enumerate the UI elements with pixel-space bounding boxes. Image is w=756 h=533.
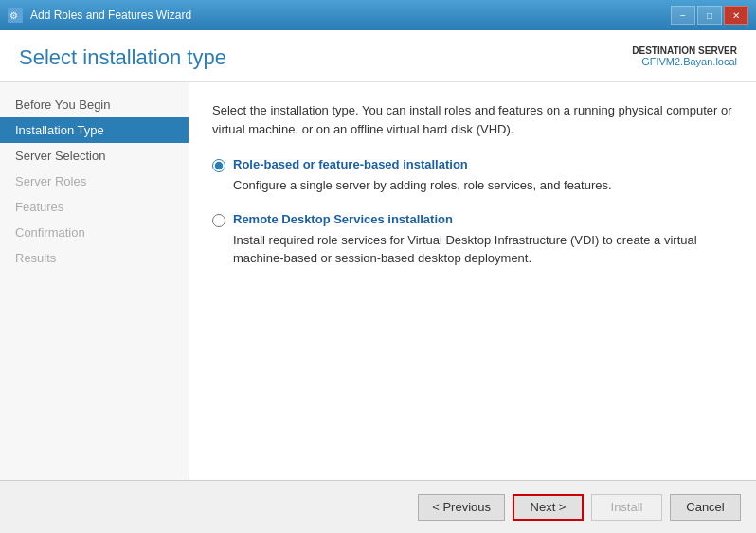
svg-text:⚙: ⚙ xyxy=(9,10,18,21)
sidebar-item-server-roles: Server Roles xyxy=(0,169,189,194)
option-role-based: Role-based or feature-based installation… xyxy=(212,157,733,195)
destination-server-value: GFIVM2.Bayan.local xyxy=(632,56,737,67)
option-remote-desktop-radio[interactable] xyxy=(212,214,225,227)
title-bar: ⚙ Add Roles and Features Wizard − □ ✕ xyxy=(0,0,756,30)
sidebar-item-before-you-begin[interactable]: Before You Begin xyxy=(0,92,189,117)
sidebar-item-confirmation: Confirmation xyxy=(0,220,189,245)
title-bar-left: ⚙ Add Roles and Features Wizard xyxy=(8,8,191,23)
header: Select installation type DESTINATION SER… xyxy=(0,30,756,82)
cancel-button[interactable]: Cancel xyxy=(670,494,741,521)
maximize-button[interactable]: □ xyxy=(697,6,722,25)
option-role-based-label-row: Role-based or feature-based installation xyxy=(212,157,733,172)
option-role-based-title: Role-based or feature-based installation xyxy=(233,157,468,171)
option-remote-desktop-desc: Install required role services for Virtu… xyxy=(233,231,733,268)
main-window: Select installation type DESTINATION SER… xyxy=(0,30,756,533)
content-area: Before You Begin Installation Type Serve… xyxy=(0,82,756,480)
footer: < Previous Next > Install Cancel xyxy=(0,480,756,533)
sidebar-item-installation-type[interactable]: Installation Type xyxy=(0,117,189,143)
title-bar-controls: − □ ✕ xyxy=(671,6,748,25)
sidebar: Before You Begin Installation Type Serve… xyxy=(0,82,189,480)
sidebar-item-server-selection[interactable]: Server Selection xyxy=(0,143,189,169)
next-button[interactable]: Next > xyxy=(513,494,584,521)
option-remote-desktop: Remote Desktop Services installation Ins… xyxy=(212,212,733,268)
title-bar-title: Add Roles and Features Wizard xyxy=(30,9,191,22)
wizard-icon: ⚙ xyxy=(8,8,23,23)
sidebar-item-results: Results xyxy=(0,245,189,271)
install-button: Install xyxy=(591,494,662,521)
minimize-button[interactable]: − xyxy=(671,6,695,25)
option-remote-desktop-label-row: Remote Desktop Services installation xyxy=(212,212,733,227)
destination-server-label: DESTINATION SERVER xyxy=(632,45,737,56)
main-content: Select the installation type. You can in… xyxy=(189,82,756,480)
previous-button[interactable]: < Previous xyxy=(418,494,505,521)
page-title: Select installation type xyxy=(19,45,226,70)
destination-server-info: DESTINATION SERVER GFIVM2.Bayan.local xyxy=(632,45,737,67)
close-button[interactable]: ✕ xyxy=(724,6,748,25)
option-role-based-desc: Configure a single server by adding role… xyxy=(233,176,733,195)
option-remote-desktop-title: Remote Desktop Services installation xyxy=(233,212,453,226)
description-text: Select the installation type. You can in… xyxy=(212,101,733,138)
option-role-based-radio[interactable] xyxy=(212,159,225,172)
sidebar-item-features: Features xyxy=(0,194,189,220)
